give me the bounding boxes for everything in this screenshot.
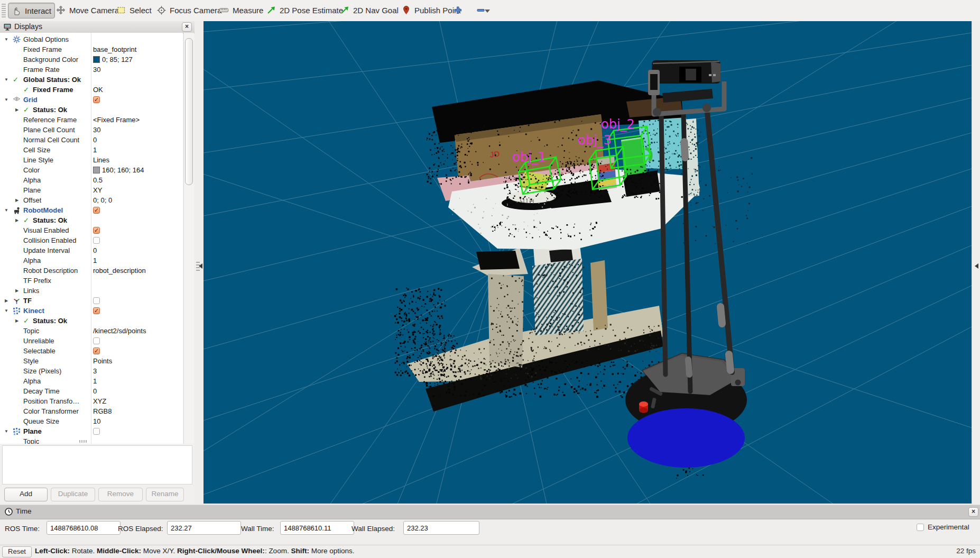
time-panel-close-icon[interactable]: × [968,507,978,517]
value-text[interactable]: 1 [93,145,97,155]
tree-row[interactable]: Topic [0,436,183,444]
displays-panel-header[interactable]: Displays × [0,21,195,33]
collapse-arrow-icon[interactable]: ▶ [14,195,20,205]
collapse-arrow-icon[interactable]: ▶ [14,105,20,115]
value-text[interactable]: RGB8 [93,406,112,416]
tree-row[interactable]: ▼Global Options [0,34,183,44]
checkbox-unchecked[interactable] [93,428,100,435]
time-panel-header[interactable]: Time × [0,505,980,519]
tree-row[interactable]: Plane Cell Count30 [0,125,183,135]
tree-row[interactable]: ▼✓Global Status: Ok [0,75,183,85]
tree-row[interactable]: Robot Descriptionrobot_description [0,266,183,276]
value-text[interactable]: /kinect2/sd/points [93,326,146,336]
tree-row[interactable]: Cell Size1 [0,145,183,155]
horizontal-scroll-grip[interactable] [79,440,88,443]
checkbox-unchecked[interactable] [93,237,100,244]
expand-arrow-icon[interactable]: ▼ [3,426,10,436]
tree-row[interactable]: Line StyleLines [0,155,183,165]
color-swatch[interactable] [93,167,100,173]
value-text[interactable]: 1 [93,376,97,386]
collapse-arrow-icon[interactable]: ▶ [3,296,10,306]
duplicate-button[interactable]: Duplicate [51,488,95,501]
wall-elapsed-input[interactable] [403,521,479,535]
checkbox-checked[interactable]: ✓ [93,347,100,354]
toolbar-grip-handle[interactable] [2,4,6,17]
expand-arrow-icon[interactable]: ▼ [3,95,10,105]
tree-row[interactable]: ▶✓Status: Ok [0,215,183,225]
checkbox-unchecked[interactable] [93,337,100,344]
tree-row[interactable]: ▶Offset0; 0; 0 [0,195,183,205]
ros-time-input[interactable] [47,521,121,535]
tree-row[interactable]: Queue Size10 [0,416,183,426]
tree-row[interactable]: Frame Rate30 [0,65,183,75]
tool-select[interactable]: Select [113,3,155,17]
tree-row[interactable]: Position Transfo…XYZ [0,396,183,406]
tree-row[interactable]: PlaneXY [0,185,183,195]
tree-row[interactable]: Decay Time0 [0,386,183,396]
tree-row[interactable]: ✓Fixed FrameOK [0,85,183,95]
toolbar-dropdown-caret-icon[interactable] [485,10,490,13]
tool-focus-camera[interactable]: Focus Camera [153,3,225,17]
value-text[interactable]: <Fixed Frame> [93,115,140,125]
checkbox-unchecked[interactable] [93,297,100,304]
value-text[interactable]: 10 [93,416,100,426]
rename-button[interactable]: Rename [146,488,184,501]
tree-row[interactable]: ▼Grid✓ [0,95,183,105]
expand-arrow-icon[interactable]: ▼ [3,205,10,215]
tree-row[interactable]: ▶TF [0,296,183,306]
tree-row[interactable]: Color TransformerRGB8 [0,406,183,416]
tree-row[interactable]: Unreliable [0,336,183,346]
tree-row[interactable]: Size (Pixels)3 [0,366,183,376]
remove-button[interactable]: Remove [98,488,143,501]
checkbox-checked[interactable]: ✓ [93,227,100,234]
checkbox-checked[interactable]: ✓ [93,96,100,103]
tool-interact[interactable]: Interact [8,3,55,19]
value-text[interactable]: base_footprint [93,44,136,54]
tree-row[interactable]: Fixed Framebase_footprint [0,44,183,54]
collapse-arrow-icon[interactable]: ▶ [14,215,20,225]
value-text[interactable]: 0; 0; 0 [93,195,112,205]
color-swatch[interactable] [93,56,100,63]
value-text[interactable]: 0 [93,245,97,255]
tool-move-camera[interactable]: Move Camera [53,3,122,17]
tree-row[interactable]: ▼Kinect✓ [0,306,183,316]
tree-row[interactable]: Alpha1 [0,255,183,266]
tree-row[interactable]: Alpha0.5 [0,175,183,185]
tree-column-divider[interactable] [91,33,91,444]
checkbox-checked[interactable]: ✓ [93,307,100,314]
tree-row[interactable]: ▶Links [0,286,183,296]
tree-row[interactable]: ▶✓Status: Ok [0,316,183,326]
left-splitter[interactable] [195,21,204,504]
collapse-arrow-icon[interactable]: ▶ [14,286,20,296]
tree-row[interactable]: Topic/kinect2/sd/points [0,326,183,336]
tree-row[interactable]: TF Prefix [0,276,183,286]
tree-row[interactable]: Normal Cell Count0 [0,135,183,145]
tree-row[interactable]: StylePoints [0,356,183,366]
expand-arrow-icon[interactable]: ▼ [3,34,10,44]
tree-row[interactable]: ▼Plane [0,426,183,436]
checkbox-checked[interactable]: ✓ [93,207,100,214]
value-text[interactable]: XYZ [93,396,106,406]
tree-row[interactable]: Color160; 160; 164 [0,165,183,175]
tree-row[interactable]: Alpha1 [0,376,183,386]
value-text[interactable]: 0 [93,135,97,145]
value-text[interactable]: 0.5 [93,175,103,185]
value-text[interactable]: 1 [93,255,97,266]
tree-row[interactable]: ▶✓Status: Ok [0,105,183,115]
value-text[interactable]: Lines [93,155,109,165]
tree-row[interactable]: Selectable✓ [0,346,183,356]
add-button[interactable]: Add [4,488,48,501]
ros-elapsed-input[interactable] [167,521,241,535]
expand-arrow-icon[interactable]: ▼ [3,306,10,316]
wall-time-input[interactable] [280,521,354,535]
tree-row[interactable]: Visual Enabled✓ [0,225,183,235]
3d-viewport[interactable]: JD [204,21,972,504]
tree-row[interactable]: ▼RobotModel✓ [0,205,183,215]
tool-2d-nav-goal[interactable]: 2D Nav Goal [337,3,402,17]
value-text[interactable]: Points [93,356,112,366]
tool-2d-pose-estimate[interactable]: 2D Pose Estimate [263,3,346,17]
value-text[interactable]: XY [93,185,102,195]
displays-close-icon[interactable]: × [182,22,192,32]
value-text[interactable]: 3 [93,366,97,376]
tree-row[interactable]: Reference Frame<Fixed Frame> [0,115,183,125]
